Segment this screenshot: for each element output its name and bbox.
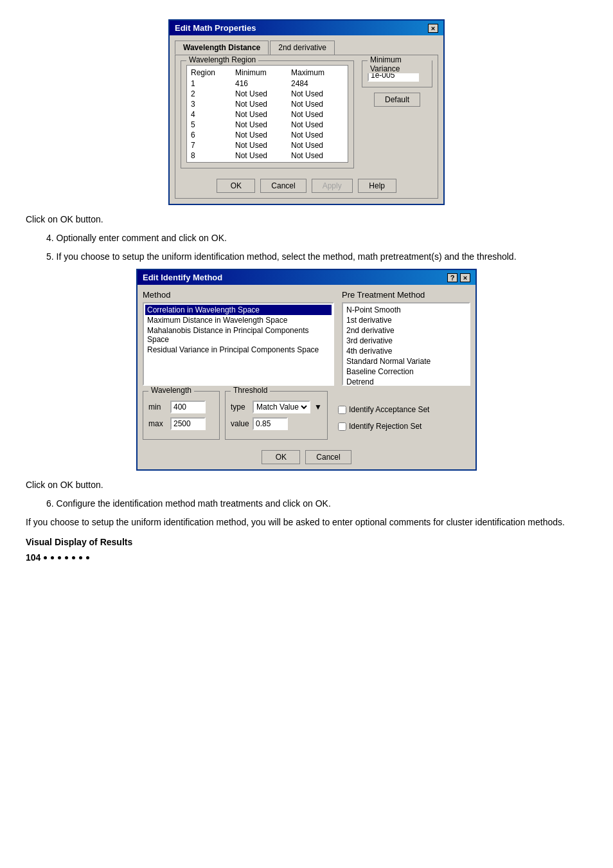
cell-minimum: Not Used: [233, 150, 289, 161]
text-after-dialog1: Click on OK button.: [26, 213, 587, 226]
list-item[interactable]: 4th derivative: [344, 346, 468, 356]
method-list-container: Correlation in Wavelength SpaceMaximum D…: [143, 302, 334, 386]
help-icon: ?: [450, 274, 455, 282]
list-item[interactable]: Standard Normal Variate: [344, 356, 468, 366]
dot-5: [72, 556, 75, 559]
dialog1-close-button[interactable]: ×: [428, 24, 438, 33]
threshold-group: Threshold type Match Value ▼ value: [225, 391, 328, 440]
close-icon: ×: [463, 274, 467, 282]
table-row: 7Not UsedNot Used: [188, 140, 346, 150]
min-label: min: [148, 402, 168, 411]
identify-acceptance-checkbox[interactable]: [338, 406, 346, 414]
type-label: type: [231, 402, 250, 411]
cell-minimum: Not Used: [233, 140, 289, 150]
dialog2-body: Method Pre Treatment Method Correlation …: [138, 285, 475, 469]
identify-acceptance-label: Identify Acceptance Set: [349, 405, 429, 414]
cell-region: 1: [188, 78, 233, 89]
col-region: Region: [188, 67, 233, 78]
list-item[interactable]: Mahalanobis Distance in Principal Compon…: [145, 325, 332, 345]
cell-region: 7: [188, 140, 233, 150]
list-item[interactable]: Residual Variance in Principal Component…: [145, 345, 332, 355]
cell-maximum: Not Used: [289, 109, 346, 120]
cell-minimum: Not Used: [233, 120, 289, 130]
col-maximum: Maximum: [289, 67, 346, 78]
cell-maximum: Not Used: [289, 99, 346, 109]
cell-maximum: Not Used: [289, 150, 346, 161]
cell-maximum: Not Used: [289, 89, 346, 99]
dialog1-title: Edit Math Properties: [175, 23, 256, 33]
list-item[interactable]: Correlation in Wavelength Space: [145, 305, 332, 315]
threshold-value-input[interactable]: [253, 417, 288, 430]
table-row: 2Not UsedNot Used: [188, 89, 346, 99]
dialog2-button-row: OK Cancel: [143, 450, 470, 464]
rejection-set-row: Identify Rejection Set: [338, 422, 470, 431]
close-icon: ×: [431, 24, 435, 32]
tab-2nd-derivative[interactable]: 2nd derivative: [270, 41, 335, 55]
page-number: 104: [26, 552, 40, 563]
wavelength-max-input[interactable]: [170, 417, 206, 430]
list-item[interactable]: 1st derivative: [344, 315, 468, 325]
list-item[interactable]: Maximum Distance in Wavelength Space: [145, 315, 332, 325]
cancel-button-dialog1[interactable]: Cancel: [260, 179, 306, 193]
visual-display-heading: Visual Display of Results: [26, 537, 587, 547]
wavelength-group: Wavelength min max: [143, 391, 220, 440]
page-number-row: 104: [26, 552, 587, 563]
cell-minimum: Not Used: [233, 130, 289, 140]
cell-region: 3: [188, 99, 233, 109]
dropdown-arrow-icon: ▼: [314, 402, 322, 411]
cell-maximum: 2484: [289, 78, 346, 89]
table-row: 4Not UsedNot Used: [188, 109, 346, 120]
dot-1: [44, 556, 47, 559]
dialog1-tabs: Wavelength Distance 2nd derivative: [175, 41, 438, 55]
apply-button-dialog1[interactable]: Apply: [312, 179, 353, 193]
list-item-6: 6. Configure the identification method m…: [46, 497, 587, 511]
paragraph-text: If you choose to setup the uniform ident…: [26, 516, 587, 529]
list-item[interactable]: 3rd derivative: [344, 336, 468, 346]
table-row: 8Not UsedNot Used: [188, 150, 346, 161]
minimum-variance-title: Minimum Variance: [368, 55, 432, 73]
list-item-4: 4. Optionally enter comment and click on…: [46, 231, 587, 245]
list-item[interactable]: Baseline Correction: [344, 366, 468, 377]
table-row: 6Not UsedNot Used: [188, 130, 346, 140]
region-table: Region Minimum Maximum 141624842Not Used…: [188, 67, 346, 161]
wavelength-region-title: Wavelength Region: [186, 55, 258, 64]
edit-identify-method-dialog: Edit Identify Method ? × Method Pre Trea…: [136, 269, 477, 471]
dialog2-titlebar: Edit Identify Method ? ×: [138, 270, 475, 285]
list-item[interactable]: N-Point Smooth: [344, 305, 468, 315]
acceptance-set-row: Identify Acceptance Set: [338, 405, 470, 414]
max-label: max: [148, 419, 168, 428]
cell-region: 4: [188, 109, 233, 120]
ok-button-dialog1[interactable]: OK: [217, 179, 255, 193]
identify-rejection-checkbox[interactable]: [338, 422, 346, 431]
cell-maximum: Not Used: [289, 140, 346, 150]
region-table-container[interactable]: Region Minimum Maximum 141624842Not Used…: [186, 65, 348, 163]
list-item[interactable]: Detrend: [344, 377, 468, 386]
dialog1-button-row: OK Cancel Apply Help: [181, 179, 432, 193]
minimum-variance-section: Minimum Variance Default: [362, 60, 432, 107]
cell-region: 5: [188, 120, 233, 130]
threshold-type-select[interactable]: Match Value: [253, 401, 310, 413]
default-button[interactable]: Default: [374, 93, 420, 107]
pre-treatment-list[interactable]: N-Point Smooth1st derivative2nd derivati…: [342, 302, 470, 386]
dot-7: [86, 556, 89, 559]
dot-2: [51, 556, 54, 559]
dialog2-help-button[interactable]: ?: [447, 273, 458, 282]
help-button-dialog1[interactable]: Help: [358, 179, 396, 193]
dialog2-close-button[interactable]: ×: [460, 273, 470, 282]
wavelength-min-input[interactable]: [170, 401, 206, 413]
ok-button-dialog2[interactable]: OK: [262, 450, 300, 464]
dialog2-header-labels: Method Pre Treatment Method: [143, 290, 470, 300]
dialog2-title: Edit Identify Method: [143, 273, 222, 282]
cell-minimum: Not Used: [233, 99, 289, 109]
method-list[interactable]: Correlation in Wavelength SpaceMaximum D…: [143, 302, 334, 386]
cancel-button-dialog2[interactable]: Cancel: [305, 450, 351, 464]
list-item[interactable]: 2nd derivative: [344, 325, 468, 336]
cell-region: 8: [188, 150, 233, 161]
identify-rejection-label: Identify Rejection Set: [349, 422, 422, 431]
wavelength-group-title: Wavelength: [148, 386, 194, 395]
tab-wavelength-distance[interactable]: Wavelength Distance: [175, 41, 269, 55]
cell-maximum: Not Used: [289, 120, 346, 130]
dialog2-bottom-section: Wavelength min max Threshold type Match …: [143, 391, 470, 445]
table-row: 3Not UsedNot Used: [188, 99, 346, 109]
pre-treatment-label: Pre Treatment Method: [342, 290, 425, 300]
